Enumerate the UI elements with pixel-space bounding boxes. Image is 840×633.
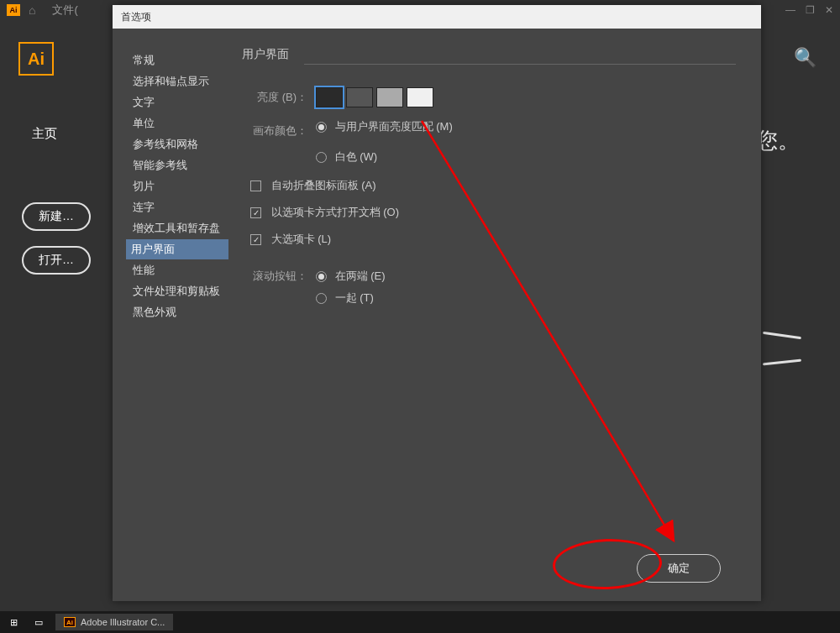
open-button[interactable]: 打开… (22, 246, 91, 275)
app-left-column: Ai 主页 新建… 打开… (0, 20, 113, 608)
preferences-dialog: 首选项 常规 选择和锚点显示 文字 单位 参考线和网格 智能参考线 切片 连字 … (113, 5, 761, 601)
sidebar-item-smart-guides[interactable]: 智能参考线 (128, 155, 228, 175)
sidebar-item-black-appearance[interactable]: 黑色外观 (128, 302, 228, 322)
canvas-match-label: 与用户界面亮度匹配 (M) (335, 120, 453, 133)
canvas-white-label: 白色 (W) (335, 150, 378, 163)
taskbar: ⊞ ▭ Ai Adobe Illustrator C... (0, 611, 840, 633)
sidebar-item-hyphenation[interactable]: 连字 (128, 197, 228, 217)
scroll-together-radio[interactable] (316, 293, 327, 304)
sidebar-item-ui[interactable]: 用户界面 (126, 239, 228, 259)
sidebar-item-type[interactable]: 文字 (128, 92, 228, 112)
brightness-swatch-light[interactable] (407, 87, 433, 107)
sidebar-item-slices[interactable]: 切片 (128, 176, 228, 196)
large-tabs-checkbox[interactable]: ✓ (250, 234, 261, 245)
large-tabs-label: 大选项卡 (L) (271, 233, 332, 245)
sidebar-item-selection[interactable]: 选择和锚点显示 (128, 71, 228, 92)
sidebar-item-plugins[interactable]: 增效工具和暂存盘 (128, 218, 228, 238)
brightness-swatch-medium-light[interactable] (376, 87, 403, 107)
ai-logo-icon: Ai (7, 4, 20, 16)
ai-app-logo: Ai (18, 42, 54, 76)
preferences-panel: 用户界面 亮度 (B)： 画布颜色： 与用户界面亮度匹配 (M) (228, 29, 761, 601)
brightness-label: 亮度 (B)： (242, 90, 307, 105)
home-icon[interactable]: ⌂ (29, 3, 35, 17)
brightness-swatch-medium-dark[interactable] (346, 87, 373, 107)
brightness-swatches (316, 87, 433, 107)
start-icon[interactable]: ⊞ (5, 617, 22, 628)
taskbar-app-button[interactable]: Ai Adobe Illustrator C... (55, 614, 173, 630)
divider (304, 64, 736, 65)
ok-button[interactable]: 确定 (637, 554, 721, 583)
window-minimize-button[interactable]: — (785, 4, 795, 16)
sidebar-item-guides[interactable]: 参考线和网格 (128, 134, 228, 154)
open-tabs-label: 以选项卡方式打开文档 (O) (271, 206, 399, 218)
scroll-both-label: 在两端 (E) (335, 269, 386, 282)
welcome-text-partial: 您。 (756, 126, 800, 155)
auto-collapse-checkbox[interactable] (250, 180, 261, 191)
task-view-icon[interactable]: ▭ (30, 617, 47, 628)
brightness-swatch-dark[interactable] (316, 87, 343, 107)
scroll-label: 滚动按钮： (242, 269, 307, 284)
dialog-title: 首选项 (113, 5, 761, 29)
search-icon[interactable]: 🔍 (794, 47, 816, 69)
scroll-both-radio[interactable] (316, 271, 327, 282)
new-button[interactable]: 新建… (22, 202, 91, 231)
window-close-button[interactable]: ✕ (825, 4, 833, 16)
sidebar-item-general[interactable]: 常规 (128, 50, 228, 71)
canvas-match-radio[interactable] (316, 122, 327, 133)
menu-file[interactable]: 文件( (52, 3, 77, 18)
taskbar-app-label: Adobe Illustrator C... (81, 617, 165, 627)
canvas-color-label: 画布颜色： (242, 123, 307, 139)
auto-collapse-label: 自动折叠图标面板 (A) (271, 179, 376, 191)
home-tab[interactable]: 主页 (32, 126, 113, 142)
canvas-white-radio[interactable] (316, 152, 327, 163)
sidebar-item-units[interactable]: 单位 (128, 113, 228, 133)
scroll-together-label: 一起 (T) (335, 291, 374, 304)
window-maximize-button[interactable]: ❐ (806, 4, 815, 16)
taskbar-ai-icon: Ai (64, 617, 76, 627)
open-tabs-checkbox[interactable]: ✓ (250, 207, 261, 218)
preferences-sidebar: 常规 选择和锚点显示 文字 单位 参考线和网格 智能参考线 切片 连字 增效工具… (113, 29, 228, 601)
sidebar-item-file-handling[interactable]: 文件处理和剪贴板 (128, 281, 228, 301)
panel-title: 用户界面 (242, 47, 736, 62)
sidebar-item-performance[interactable]: 性能 (128, 260, 228, 280)
